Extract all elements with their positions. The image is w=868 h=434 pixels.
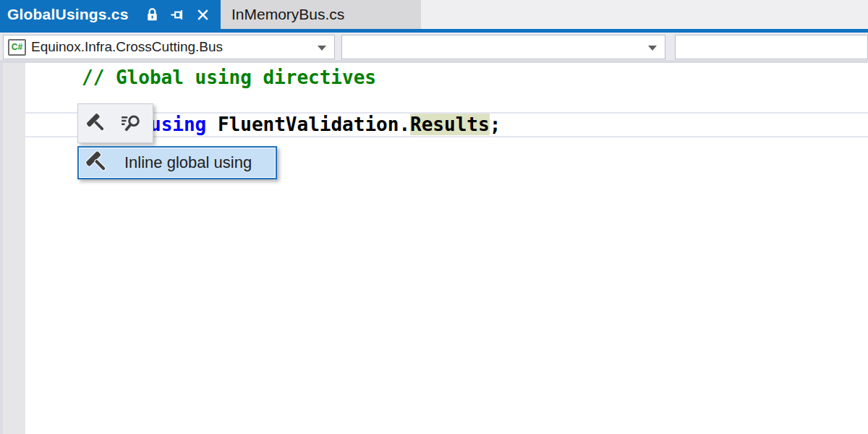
code-line-using-directive[interactable]: using FluentValidation.Results; <box>150 113 501 137</box>
code-editor-surface[interactable]: // Global using directives using FluentV… <box>0 63 868 434</box>
tab-icon-group <box>136 6 212 23</box>
csharp-project-icon: C# <box>8 39 26 56</box>
project-dropdown[interactable]: C# Equinox.Infra.CrossCutting.Bus <box>3 35 335 59</box>
pin-icon[interactable] <box>169 6 187 23</box>
highlighted-symbol: Results <box>410 114 490 135</box>
code-line-comment[interactable]: // Global using directives <box>82 65 376 90</box>
editor-indicator-margin <box>3 63 25 434</box>
tab-label: InMemoryBus.cs <box>231 6 344 23</box>
type-dropdown[interactable] <box>341 35 665 59</box>
lock-icon <box>144 6 161 23</box>
tab-bar: GlobalUsings.cs <box>0 0 868 29</box>
namespace-text: FluentValidation. <box>206 114 410 135</box>
quick-fix-hammer-button[interactable] <box>82 108 111 140</box>
keyword-using: using <box>150 114 206 135</box>
chevron-down-icon[interactable] <box>318 46 326 51</box>
tab-globalusings[interactable]: GlobalUsings.cs <box>0 0 221 29</box>
preview-changes-search-icon[interactable] <box>116 108 145 140</box>
project-dropdown-value: Equinox.Infra.CrossCutting.Bus <box>31 39 223 55</box>
member-dropdown[interactable] <box>675 35 868 59</box>
chevron-down-icon[interactable] <box>648 46 657 51</box>
statement-terminator: ; <box>490 114 501 135</box>
menu-item-label: Inline global using <box>124 153 252 172</box>
vs-editor-window: GlobalUsings.cs <box>0 0 868 434</box>
navigation-bar: C# Equinox.Infra.CrossCutting.Bus <box>0 33 868 63</box>
quick-actions-menu-item-inline-global-using[interactable]: Inline global using <box>77 146 277 179</box>
fix-hammer-icon <box>85 150 110 175</box>
tab-inmemorybus[interactable]: InMemoryBus.cs <box>221 0 421 29</box>
quick-actions-toolbar <box>77 103 153 143</box>
tab-label: GlobalUsings.cs <box>7 6 129 23</box>
close-icon[interactable] <box>195 6 212 23</box>
